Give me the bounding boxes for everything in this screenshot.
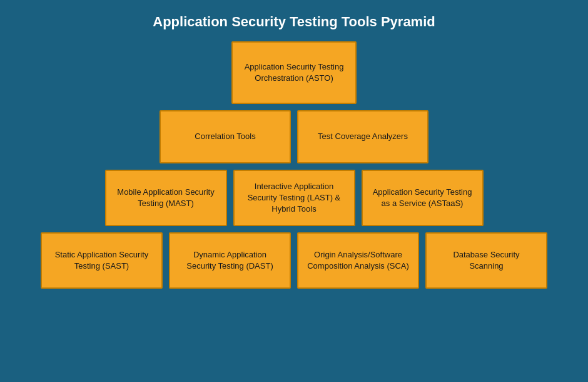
page-title: Application Security Testing Tools Pyram… xyxy=(153,14,435,30)
box-mast: Mobile Application Security Testing (MAS… xyxy=(105,170,227,226)
box-astaas: Application Security Testing as a Servic… xyxy=(362,170,484,226)
pyramid-row-3: Mobile Application Security Testing (MAS… xyxy=(105,170,484,226)
pyramid-row-2: Correlation Tools Test Coverage Analyzer… xyxy=(160,110,428,163)
box-sast: Static Application Security Testing (SAS… xyxy=(41,232,163,289)
box-test-coverage: Test Coverage Analyzers xyxy=(297,110,428,163)
box-correlation: Correlation Tools xyxy=(160,110,291,163)
pyramid-row-1: Application Security Testing Orchestrati… xyxy=(231,41,357,104)
box-db-security: Database Security Scanning xyxy=(425,232,547,289)
box-dast: Dynamic Application Security Testing (DA… xyxy=(169,232,291,289)
box-sca: Origin Analysis/Software Composition Ana… xyxy=(297,232,419,289)
pyramid-diagram: Application Security Testing Orchestrati… xyxy=(0,41,588,289)
box-iast: Interactive Application Security Testing… xyxy=(233,170,355,226)
pyramid-row-4: Static Application Security Testing (SAS… xyxy=(41,232,547,289)
box-asto: Application Security Testing Orchestrati… xyxy=(231,41,357,104)
